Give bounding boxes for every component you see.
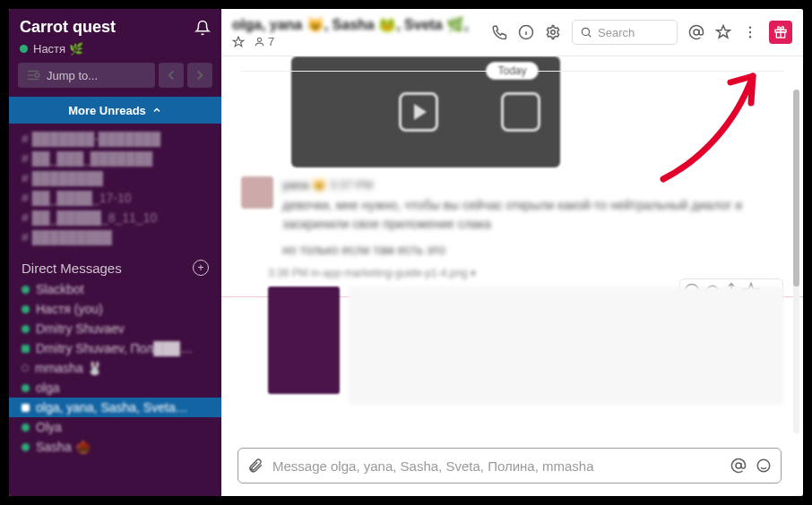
user-presence: Настя 🌿 [9, 42, 221, 63]
emoji-picker-icon[interactable] [756, 458, 772, 474]
channel-title[interactable]: olga, yana 😺, Sasha 🐸, Sveta 🌿, [232, 16, 469, 33]
dm-item[interactable]: Olya [9, 417, 221, 437]
dm-label: Olya [36, 420, 62, 434]
thumbnail [268, 287, 340, 394]
message-time: 3:37 PM [330, 178, 373, 192]
jump-icon [25, 67, 41, 83]
dm-label: olga, yana, Sasha, Sveta… [36, 400, 188, 415]
chevron-up-icon [151, 105, 162, 116]
channel-list: # ███████-███████ # ██_███_███████ # ███… [9, 129, 221, 251]
presence-dot-icon [20, 45, 28, 53]
dm-list: SlackbotНастя (you)Dmitry ShuvaevDmitry … [9, 279, 221, 457]
scrollbar[interactable] [793, 90, 799, 433]
dm-item[interactable]: Настя (you) [9, 299, 221, 319]
presence-name: Настя 🌿 [33, 42, 83, 56]
thumbnail [349, 287, 783, 405]
mentions-icon[interactable] [688, 24, 704, 40]
message: yana 😺 3:37 PM девочки, мне нужно, чтобы… [241, 176, 783, 260]
paperclip-icon[interactable] [247, 458, 263, 474]
notifications-icon[interactable] [194, 20, 211, 36]
more-unreads-label: More Unreads [68, 104, 146, 117]
dm-item[interactable]: Slackbot [9, 279, 221, 299]
dm-label: Slackbot [36, 282, 84, 296]
message-text: но только если там есть это [282, 241, 783, 260]
date-divider: Today [486, 62, 538, 80]
message-list: Today yana 😺 3:37 PM девочки, мне нужно,… [221, 56, 803, 496]
workspace-name[interactable]: Carrot quest [20, 18, 194, 37]
image-attachment[interactable] [268, 287, 783, 405]
message-author[interactable]: yana 😺 [282, 178, 326, 192]
info-icon[interactable] [518, 24, 534, 40]
composer-placeholder: Message olga, yana, Sasha, Sveta, Полина… [272, 458, 594, 474]
new-dm-button[interactable]: + [193, 260, 209, 276]
svg-point-7 [749, 31, 751, 33]
message-text: заскринили свое приложение слака [282, 215, 783, 234]
search-input[interactable]: Search [572, 20, 678, 45]
svg-point-8 [749, 36, 751, 38]
presence-dot-icon [22, 364, 29, 372]
presence-dot-icon [22, 305, 30, 313]
scrollbar-thumb[interactable] [793, 90, 799, 287]
mention-icon[interactable] [730, 458, 747, 474]
svg-point-5 [694, 30, 699, 35]
dm-item[interactable]: Dmitry Shuvaev, Пол███… [9, 338, 221, 358]
member-count[interactable]: 7 [254, 35, 274, 48]
jump-to-input[interactable]: Jump to... [18, 63, 155, 88]
svg-point-0 [35, 73, 39, 78]
svg-point-4 [582, 28, 589, 35]
presence-dot-icon [22, 443, 30, 451]
dm-section-header: Direct Messages [22, 261, 122, 276]
presence-dot-icon [22, 325, 30, 333]
attachment-meta[interactable]: 3:38 PM in-app-marketing-guide-p1-4.png … [268, 267, 783, 279]
dm-label: olga [36, 381, 59, 395]
svg-point-6 [749, 27, 751, 29]
more-unreads-button[interactable]: More Unreads [9, 97, 221, 124]
channel-item[interactable]: # ██_███_███████ [9, 149, 221, 168]
channel-header: olga, yana 😺, Sasha 🐸, Sveta 🌿, 7 Search [221, 9, 803, 56]
main-panel: olga, yana 😺, Sasha 🐸, Sveta 🌿, 7 Search [221, 9, 803, 496]
sidebar: Carrot quest Настя 🌿 Jump to... More Unr… [9, 9, 221, 496]
presence-dot-icon [22, 404, 30, 412]
expand-icon [501, 92, 540, 132]
dm-label: mmasha 🐰 [35, 361, 102, 375]
channel-item[interactable]: # ██_████_17-10 [9, 188, 221, 208]
presence-dot-icon [22, 286, 30, 294]
presence-dot-icon [22, 384, 30, 392]
search-placeholder: Search [598, 26, 635, 39]
gear-icon[interactable] [545, 24, 561, 40]
dm-item[interactable]: olga [9, 378, 221, 398]
star-icon[interactable] [232, 36, 245, 48]
dm-label: Dmitry Shuvaev, Пол███… [36, 341, 193, 355]
play-icon [399, 92, 438, 132]
channel-item[interactable]: # ███████-███████ [9, 129, 221, 149]
gift-button[interactable] [769, 21, 792, 44]
avatar[interactable] [241, 176, 273, 209]
more-vertical-icon[interactable] [742, 24, 758, 40]
phone-icon[interactable] [491, 24, 507, 40]
svg-point-16 [757, 459, 770, 472]
message-text: девочки, мне нужно, чтобы вы сейчас откр… [282, 196, 783, 215]
dm-item[interactable]: Dmitry Shuvaev [9, 319, 221, 338]
person-icon [254, 36, 265, 47]
star-outline-icon[interactable] [715, 24, 731, 40]
dm-label: Dmitry Shuvaev [36, 321, 125, 336]
dm-label: Sasha 🌰 [36, 440, 91, 454]
svg-point-15 [736, 463, 741, 468]
channel-item[interactable]: # ████████ [9, 168, 221, 188]
svg-point-1 [257, 38, 261, 41]
history-back-button[interactable] [159, 63, 184, 88]
gift-icon [773, 25, 788, 39]
dm-item[interactable]: Sasha 🌰 [9, 437, 221, 457]
channel-item[interactable]: # █████████ [9, 227, 221, 247]
search-icon [580, 26, 592, 39]
dm-item[interactable]: mmasha 🐰 [9, 358, 221, 378]
message-composer[interactable]: Message olga, yana, Sasha, Sveta, Полина… [238, 448, 782, 484]
dm-item[interactable]: olga, yana, Sasha, Sveta… [9, 398, 221, 417]
svg-point-3 [551, 30, 556, 35]
channel-item[interactable]: # ██_█████_8_11_10 [9, 208, 221, 227]
presence-dot-icon [22, 424, 30, 432]
member-count-value: 7 [268, 35, 274, 48]
history-forward-button[interactable] [187, 63, 212, 88]
presence-dot-icon [22, 345, 30, 353]
jump-placeholder: Jump to... [47, 69, 98, 82]
